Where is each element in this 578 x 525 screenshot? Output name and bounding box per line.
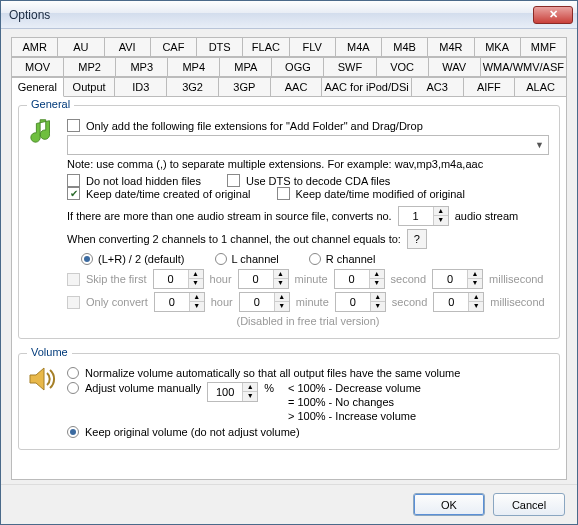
tab-mka[interactable]: MKA	[475, 37, 521, 57]
trial-note: (Disabled in free trial version)	[236, 315, 379, 327]
spin-oc-m[interactable]: ▲▼	[239, 292, 290, 312]
u-min: minute	[295, 273, 328, 285]
tab-amr[interactable]: AMR	[12, 37, 58, 57]
lbl-dm2: L channel	[232, 253, 279, 265]
tab-wma-wmv-asf[interactable]: WMA/WMV/ASF	[481, 57, 567, 77]
tab-mpa[interactable]: MPA	[220, 57, 272, 77]
tab-wav[interactable]: WAV	[429, 57, 481, 77]
lbl-vol-unit: %	[264, 382, 274, 394]
lbl-vol-keep: Keep original volume (do not adjust volu…	[85, 426, 300, 438]
tab-general[interactable]: General	[12, 77, 64, 97]
spin-stream-no[interactable]: ▲▼	[398, 206, 449, 226]
lbl-keep-modified: Keep date/time modified of original	[296, 188, 465, 200]
lbl-vol-adjust: Adjust volume manually	[85, 382, 201, 394]
lbl-downmix: When converting 2 channels to 1 channel,…	[67, 233, 401, 245]
cancel-button[interactable]: Cancel	[493, 493, 565, 516]
tab-aiff[interactable]: AIFF	[464, 77, 516, 97]
group-general: General Only add the following file exte…	[18, 105, 560, 339]
tab-row-1: AMRAUAVICAFDTSFLACFLVM4AM4BM4RMKAMMF	[11, 37, 567, 57]
spin-oc-ms[interactable]: ▲▼	[433, 292, 484, 312]
tab-3g2[interactable]: 3G2	[167, 77, 219, 97]
spin-skip-m[interactable]: ▲▼	[238, 269, 289, 289]
tab-ac3[interactable]: AC3	[412, 77, 464, 97]
radio-downmix-r[interactable]	[309, 253, 321, 265]
chk-no-hidden[interactable]	[67, 174, 80, 187]
lbl-use-dts: Use DTS to decode CDA files	[246, 175, 390, 187]
chk-keep-modified[interactable]	[277, 187, 290, 200]
spin-skip-s[interactable]: ▲▼	[334, 269, 385, 289]
tab-caf[interactable]: CAF	[151, 37, 197, 57]
u-hour: hour	[210, 273, 232, 285]
lbl-only-add-ext: Only add the following file extensions f…	[86, 120, 423, 132]
radio-vol-keep[interactable]	[67, 426, 79, 438]
tab-mp3[interactable]: MP3	[116, 57, 168, 77]
lbl-no-hidden: Do not load hidden files	[86, 175, 201, 187]
chk-only-add-ext[interactable]	[67, 119, 80, 132]
radio-vol-adjust[interactable]	[67, 382, 79, 394]
tab-m4b[interactable]: M4B	[382, 37, 428, 57]
group-general-legend: General	[27, 98, 74, 110]
tab-au[interactable]: AU	[58, 37, 104, 57]
chk-use-dts[interactable]	[227, 174, 240, 187]
spin-skip-h[interactable]: ▲▼	[153, 269, 204, 289]
lbl-stream-suf: audio stream	[455, 210, 519, 222]
tab-voc[interactable]: VOC	[377, 57, 429, 77]
tab-row-3: GeneralOutputID33G23GPAACAAC for iPod/DS…	[11, 77, 567, 97]
titlebar: Options ✕	[1, 1, 577, 29]
u-ms: millisecond	[489, 273, 543, 285]
ok-button[interactable]: OK	[413, 493, 485, 516]
options-dialog: Options ✕ AMRAUAVICAFDTSFLACFLVM4AM4BM4R…	[0, 0, 578, 525]
radio-vol-normalize[interactable]	[67, 367, 79, 379]
tab-row-2: MOVMP2MP3MP4MPAOGGSWFVOCWAVWMA/WMV/ASF	[11, 57, 567, 77]
tab-mp2[interactable]: MP2	[64, 57, 116, 77]
window-title: Options	[9, 8, 533, 22]
group-volume: Volume Normalize volume automatically so…	[18, 353, 560, 450]
radio-downmix-l[interactable]	[215, 253, 227, 265]
tab-swf[interactable]: SWF	[324, 57, 376, 77]
close-icon: ✕	[549, 8, 558, 21]
help-icon: ?	[414, 233, 420, 245]
lbl-stream-pre: If there are more than one audio stream …	[67, 210, 392, 222]
spin-oc-h[interactable]: ▲▼	[154, 292, 205, 312]
group-volume-legend: Volume	[27, 346, 72, 358]
tab-output[interactable]: Output	[64, 77, 116, 97]
spin-oc-s[interactable]: ▲▼	[335, 292, 386, 312]
ext-combo[interactable]: ▼	[67, 135, 549, 155]
stream-down[interactable]: ▼	[434, 216, 448, 225]
chk-only-convert[interactable]	[67, 296, 80, 309]
lbl-dm3: R channel	[326, 253, 376, 265]
lbl-skip: Skip the first	[86, 273, 147, 285]
tab-panel-general: General Only add the following file exte…	[11, 97, 567, 480]
tab-id3[interactable]: ID3	[115, 77, 167, 97]
tab-aac[interactable]: AAC	[271, 77, 323, 97]
content-area: AMRAUAVICAFDTSFLACFLVM4AM4BM4RMKAMMF MOV…	[1, 29, 577, 484]
tab-dts[interactable]: DTS	[197, 37, 243, 57]
tab-3gp[interactable]: 3GP	[219, 77, 271, 97]
tab-mov[interactable]: MOV	[12, 57, 64, 77]
stream-up[interactable]: ▲	[434, 207, 448, 216]
lbl-vol-normalize: Normalize volume automatically so that a…	[85, 367, 460, 379]
dialog-footer: OK Cancel	[1, 484, 577, 524]
tab-aac-for-ipod-dsi[interactable]: AAC for iPod/DSi	[322, 77, 411, 97]
u-sec: second	[391, 273, 426, 285]
tab-avi[interactable]: AVI	[105, 37, 151, 57]
tab-mmf[interactable]: MMF	[521, 37, 567, 57]
tabstrip: AMRAUAVICAFDTSFLACFLVM4AM4BM4RMKAMMF MOV…	[11, 37, 567, 97]
tab-ogg[interactable]: OGG	[272, 57, 324, 77]
lbl-onlyconv: Only convert	[86, 296, 148, 308]
tab-flac[interactable]: FLAC	[243, 37, 289, 57]
tab-mp4[interactable]: MP4	[168, 57, 220, 77]
stream-no-input[interactable]	[399, 207, 433, 225]
tab-m4a[interactable]: M4A	[336, 37, 382, 57]
tab-alac[interactable]: ALAC	[515, 77, 567, 97]
chk-skip-first[interactable]	[67, 273, 80, 286]
vol-hints: < 100% - Decrease volume = 100% - No cha…	[288, 382, 421, 423]
radio-downmix-lr2[interactable]	[81, 253, 93, 265]
tab-flv[interactable]: FLV	[290, 37, 336, 57]
spin-vol-percent[interactable]: ▲▼	[207, 382, 258, 402]
close-button[interactable]: ✕	[533, 6, 573, 24]
help-button[interactable]: ?	[407, 229, 427, 249]
tab-m4r[interactable]: M4R	[428, 37, 474, 57]
spin-skip-ms[interactable]: ▲▼	[432, 269, 483, 289]
chk-keep-created[interactable]: ✔	[67, 187, 80, 200]
